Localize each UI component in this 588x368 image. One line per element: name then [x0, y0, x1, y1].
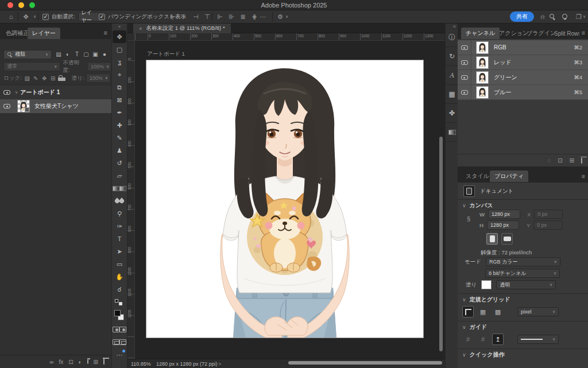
width-field[interactable]: 1280 px	[488, 210, 520, 219]
crop-tool[interactable]: ⧉	[113, 81, 126, 94]
レッド[interactable]: レッド ⌘3	[458, 55, 588, 70]
load-selection-icon[interactable]: ◌	[547, 157, 551, 164]
pen-tool[interactable]: ✑	[113, 220, 126, 233]
x-field[interactable]: 0 px	[534, 210, 563, 219]
healing-brush-tool[interactable]: ✚	[113, 119, 126, 131]
filter-type-icon[interactable]: T	[72, 51, 82, 57]
horizontal-scrollbar[interactable]	[288, 361, 442, 365]
delete-channel-icon[interactable]	[581, 158, 582, 164]
path-selection-tool[interactable]: ➤	[113, 245, 126, 258]
panel-menu-icon[interactable]: ≡	[582, 173, 585, 180]
zoom-level-field[interactable]: 110.85%	[131, 361, 151, 367]
filter-shape-icon[interactable]: ▢	[82, 51, 91, 57]
artboard-row[interactable]: ∨ アートボード 1	[0, 86, 111, 99]
link-layers-icon[interactable]: ∞	[49, 359, 53, 365]
zoom-tool[interactable]: ☌	[113, 283, 126, 296]
rulers-grid-section-header[interactable]: ∨定規とグリッド	[462, 296, 510, 304]
artboard-canvas[interactable]	[146, 60, 423, 338]
adjustment-layer-icon[interactable]: ◐	[79, 359, 82, 365]
visibility-eye-icon[interactable]	[3, 104, 10, 109]
height-field[interactable]: 1280 px	[487, 220, 519, 230]
filter-image-icon[interactable]: ▤	[54, 51, 63, 57]
blend-mode-dropdown[interactable]: 通常∨	[3, 62, 60, 71]
guides-section-header[interactable]: ∨ガイド	[462, 323, 487, 331]
new-channel-icon[interactable]: ⊞	[570, 157, 574, 164]
vertical-scrollbar[interactable]	[439, 137, 443, 351]
type-tool[interactable]: T	[113, 233, 126, 245]
align-center-h-icon[interactable]: ⊦	[179, 13, 189, 21]
lock-position-icon[interactable]: ✥	[41, 75, 48, 82]
move-tool-indicator[interactable]: ✥ ∨	[21, 10, 36, 23]
horizontal-ruler[interactable]: 0100200300400500600700800900100011001200…	[135, 33, 445, 41]
distribute-center-icon[interactable]: ⊪	[226, 13, 237, 21]
new-group-icon[interactable]	[87, 359, 88, 364]
quick-mask-mode[interactable]	[113, 323, 126, 336]
clone-stamp-tool[interactable]: ♟	[113, 144, 126, 157]
notifications-button[interactable]: ⍾	[537, 10, 548, 23]
layer-search-field[interactable]: 種類 ∨	[3, 50, 52, 59]
guides-icon[interactable]: #	[462, 334, 474, 345]
align-top-icon[interactable]: ⊤	[202, 13, 212, 21]
visibility-eye-icon[interactable]	[461, 75, 468, 80]
グリーン[interactable]: グリーン ⌘4	[458, 70, 588, 85]
layer-mask-icon[interactable]: ⊡	[68, 359, 73, 365]
shape-tool[interactable]: ▭	[113, 258, 126, 270]
visibility-eye-icon[interactable]	[461, 90, 468, 95]
blur-tool[interactable]	[113, 195, 126, 207]
fill-color-swatch[interactable]	[481, 280, 492, 289]
eyedropper-tool[interactable]: ✒	[113, 106, 126, 119]
toolbar-expand-icon[interactable]: »	[112, 24, 127, 29]
pixel-grid-icon[interactable]: ▩	[492, 306, 504, 317]
foreground-background-colors[interactable]	[113, 308, 126, 323]
lock-artboard-icon[interactable]: ⊞	[49, 75, 57, 82]
lock-transparency-icon[interactable]: ▨	[24, 75, 31, 82]
tab-styles[interactable]: スタイル	[461, 171, 494, 182]
layer-thumbnail[interactable]	[17, 100, 30, 113]
discover-button[interactable]	[562, 10, 567, 23]
align-left-icon[interactable]: ⊢	[168, 13, 178, 21]
history-brush-tool[interactable]: ↺	[113, 157, 126, 169]
lock-all-icon[interactable]	[58, 78, 65, 81]
new-layer-icon[interactable]: ⊞	[94, 359, 98, 365]
auto-select-checkbox[interactable]	[42, 14, 49, 20]
layer-comps-panel-icon[interactable]: ▦	[446, 85, 458, 104]
guides-snap-icon[interactable]: ↥	[492, 334, 504, 345]
link-dimensions-icon[interactable]: §	[467, 215, 470, 222]
document-type-button[interactable]	[463, 185, 475, 197]
grid-unit-dropdown[interactable]: pixel∨	[517, 307, 559, 316]
layer-row[interactable]: 女性柴犬Tシャツ	[0, 99, 111, 113]
object-selection-tool[interactable]: ⌖	[113, 68, 126, 81]
workspace-settings-button[interactable]: ⚙ ∨	[275, 10, 288, 23]
lock-pixels-icon[interactable]: ✎	[32, 75, 40, 82]
opacity-field[interactable]: 100%∨	[87, 62, 111, 71]
status-chevron-icon[interactable]: >	[218, 361, 221, 367]
brush-tool[interactable]: ✎	[113, 131, 126, 144]
grid-icon[interactable]: ▦	[477, 306, 489, 317]
bit-depth-dropdown[interactable]: 8 bit/チャンネル∨	[485, 269, 560, 278]
home-button[interactable]: ⌂	[6, 10, 16, 23]
filter-smartobject-icon[interactable]: ▣	[91, 51, 100, 57]
distribute-right-icon[interactable]: ≣	[238, 13, 248, 21]
distribute-left-icon[interactable]: ⊩	[215, 13, 225, 21]
info-panel-icon[interactable]: ⓘ	[446, 28, 458, 47]
visibility-eye-icon[interactable]	[3, 90, 10, 95]
lasso-tool[interactable]: ʓ	[113, 56, 126, 68]
save-selection-icon[interactable]: ⊡	[558, 157, 562, 164]
rulers-icon[interactable]	[462, 306, 474, 317]
eraser-tool[interactable]: ▱	[113, 169, 126, 182]
bounding-box-checkbox[interactable]	[99, 14, 105, 20]
screen-mode[interactable]	[113, 336, 126, 348]
share-button[interactable]: 共有	[510, 10, 534, 23]
edit-toolbar[interactable]: ⋯	[113, 348, 126, 361]
hand-tool[interactable]: ✋	[113, 270, 126, 283]
filter-adjustment-icon[interactable]: ◐	[63, 51, 72, 57]
align-right-icon[interactable]: ⊣	[191, 13, 201, 21]
tab-properties[interactable]: プロパティ	[490, 171, 528, 182]
swatches-panel-icon[interactable]: ✤	[446, 104, 458, 123]
glyphs-panel-icon[interactable]: A	[446, 66, 458, 85]
delete-layer-icon[interactable]	[103, 359, 105, 365]
landscape-orientation-button[interactable]	[501, 233, 513, 245]
marquee-tool[interactable]: ▢	[113, 43, 126, 56]
portrait-orientation-button[interactable]	[486, 233, 498, 245]
swap-colors[interactable]	[113, 296, 126, 308]
